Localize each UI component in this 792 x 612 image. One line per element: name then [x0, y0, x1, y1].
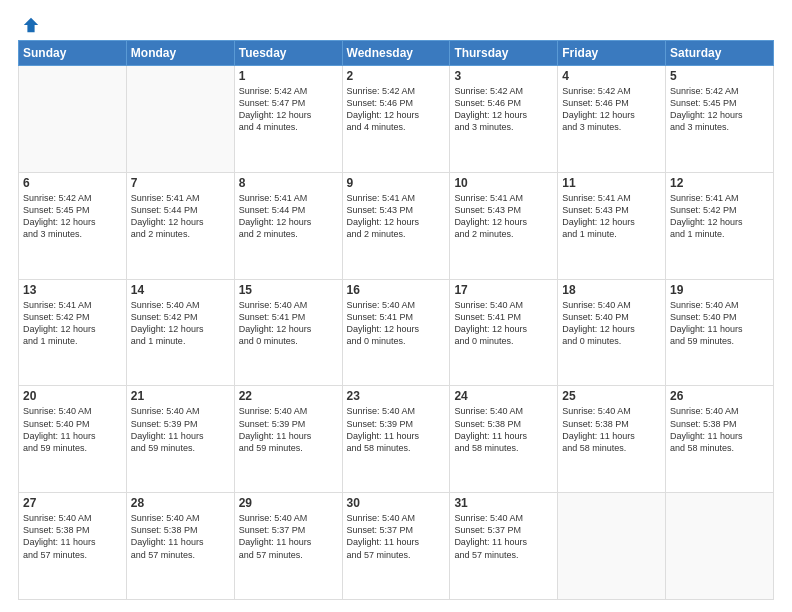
- calendar-weekday-saturday: Saturday: [666, 41, 774, 66]
- day-number: 23: [347, 389, 446, 403]
- calendar-cell: 26Sunrise: 5:40 AM Sunset: 5:38 PM Dayli…: [666, 386, 774, 493]
- calendar-cell: [558, 493, 666, 600]
- calendar-cell: 6Sunrise: 5:42 AM Sunset: 5:45 PM Daylig…: [19, 172, 127, 279]
- calendar-cell: 20Sunrise: 5:40 AM Sunset: 5:40 PM Dayli…: [19, 386, 127, 493]
- day-number: 8: [239, 176, 338, 190]
- cell-text: Sunrise: 5:40 AM Sunset: 5:38 PM Dayligh…: [562, 405, 661, 454]
- header: [18, 16, 774, 30]
- cell-text: Sunrise: 5:42 AM Sunset: 5:45 PM Dayligh…: [23, 192, 122, 241]
- day-number: 13: [23, 283, 122, 297]
- calendar-cell: 22Sunrise: 5:40 AM Sunset: 5:39 PM Dayli…: [234, 386, 342, 493]
- day-number: 15: [239, 283, 338, 297]
- cell-text: Sunrise: 5:41 AM Sunset: 5:42 PM Dayligh…: [670, 192, 769, 241]
- cell-text: Sunrise: 5:40 AM Sunset: 5:41 PM Dayligh…: [454, 299, 553, 348]
- day-number: 25: [562, 389, 661, 403]
- cell-text: Sunrise: 5:42 AM Sunset: 5:45 PM Dayligh…: [670, 85, 769, 134]
- calendar-cell: 9Sunrise: 5:41 AM Sunset: 5:43 PM Daylig…: [342, 172, 450, 279]
- calendar-weekday-sunday: Sunday: [19, 41, 127, 66]
- day-number: 11: [562, 176, 661, 190]
- calendar-weekday-monday: Monday: [126, 41, 234, 66]
- cell-text: Sunrise: 5:40 AM Sunset: 5:41 PM Dayligh…: [347, 299, 446, 348]
- calendar-cell: 23Sunrise: 5:40 AM Sunset: 5:39 PM Dayli…: [342, 386, 450, 493]
- calendar-cell: 14Sunrise: 5:40 AM Sunset: 5:42 PM Dayli…: [126, 279, 234, 386]
- cell-text: Sunrise: 5:41 AM Sunset: 5:44 PM Dayligh…: [131, 192, 230, 241]
- cell-text: Sunrise: 5:42 AM Sunset: 5:47 PM Dayligh…: [239, 85, 338, 134]
- calendar-row-3: 20Sunrise: 5:40 AM Sunset: 5:40 PM Dayli…: [19, 386, 774, 493]
- cell-text: Sunrise: 5:41 AM Sunset: 5:43 PM Dayligh…: [454, 192, 553, 241]
- day-number: 4: [562, 69, 661, 83]
- calendar-cell: 5Sunrise: 5:42 AM Sunset: 5:45 PM Daylig…: [666, 66, 774, 173]
- day-number: 2: [347, 69, 446, 83]
- calendar-cell: 7Sunrise: 5:41 AM Sunset: 5:44 PM Daylig…: [126, 172, 234, 279]
- day-number: 19: [670, 283, 769, 297]
- day-number: 10: [454, 176, 553, 190]
- cell-text: Sunrise: 5:40 AM Sunset: 5:38 PM Dayligh…: [23, 512, 122, 561]
- calendar-cell: 3Sunrise: 5:42 AM Sunset: 5:46 PM Daylig…: [450, 66, 558, 173]
- cell-text: Sunrise: 5:42 AM Sunset: 5:46 PM Dayligh…: [347, 85, 446, 134]
- calendar-cell: 29Sunrise: 5:40 AM Sunset: 5:37 PM Dayli…: [234, 493, 342, 600]
- cell-text: Sunrise: 5:40 AM Sunset: 5:38 PM Dayligh…: [131, 512, 230, 561]
- cell-text: Sunrise: 5:41 AM Sunset: 5:43 PM Dayligh…: [562, 192, 661, 241]
- calendar-cell: 8Sunrise: 5:41 AM Sunset: 5:44 PM Daylig…: [234, 172, 342, 279]
- calendar-table: SundayMondayTuesdayWednesdayThursdayFrid…: [18, 40, 774, 600]
- page: SundayMondayTuesdayWednesdayThursdayFrid…: [0, 0, 792, 612]
- calendar-cell: 15Sunrise: 5:40 AM Sunset: 5:41 PM Dayli…: [234, 279, 342, 386]
- day-number: 3: [454, 69, 553, 83]
- calendar-cell: 21Sunrise: 5:40 AM Sunset: 5:39 PM Dayli…: [126, 386, 234, 493]
- cell-text: Sunrise: 5:42 AM Sunset: 5:46 PM Dayligh…: [454, 85, 553, 134]
- day-number: 27: [23, 496, 122, 510]
- logo: [18, 16, 40, 30]
- day-number: 1: [239, 69, 338, 83]
- calendar-row-1: 6Sunrise: 5:42 AM Sunset: 5:45 PM Daylig…: [19, 172, 774, 279]
- day-number: 12: [670, 176, 769, 190]
- cell-text: Sunrise: 5:40 AM Sunset: 5:37 PM Dayligh…: [347, 512, 446, 561]
- cell-text: Sunrise: 5:40 AM Sunset: 5:39 PM Dayligh…: [131, 405, 230, 454]
- cell-text: Sunrise: 5:40 AM Sunset: 5:41 PM Dayligh…: [239, 299, 338, 348]
- day-number: 17: [454, 283, 553, 297]
- day-number: 24: [454, 389, 553, 403]
- day-number: 7: [131, 176, 230, 190]
- day-number: 21: [131, 389, 230, 403]
- day-number: 5: [670, 69, 769, 83]
- calendar-cell: 24Sunrise: 5:40 AM Sunset: 5:38 PM Dayli…: [450, 386, 558, 493]
- calendar-cell: 30Sunrise: 5:40 AM Sunset: 5:37 PM Dayli…: [342, 493, 450, 600]
- calendar-row-2: 13Sunrise: 5:41 AM Sunset: 5:42 PM Dayli…: [19, 279, 774, 386]
- day-number: 16: [347, 283, 446, 297]
- calendar-cell: [19, 66, 127, 173]
- cell-text: Sunrise: 5:41 AM Sunset: 5:42 PM Dayligh…: [23, 299, 122, 348]
- cell-text: Sunrise: 5:41 AM Sunset: 5:44 PM Dayligh…: [239, 192, 338, 241]
- calendar-weekday-tuesday: Tuesday: [234, 41, 342, 66]
- calendar-cell: 2Sunrise: 5:42 AM Sunset: 5:46 PM Daylig…: [342, 66, 450, 173]
- cell-text: Sunrise: 5:40 AM Sunset: 5:39 PM Dayligh…: [239, 405, 338, 454]
- calendar-cell: 13Sunrise: 5:41 AM Sunset: 5:42 PM Dayli…: [19, 279, 127, 386]
- cell-text: Sunrise: 5:41 AM Sunset: 5:43 PM Dayligh…: [347, 192, 446, 241]
- calendar-cell: 16Sunrise: 5:40 AM Sunset: 5:41 PM Dayli…: [342, 279, 450, 386]
- calendar-row-0: 1Sunrise: 5:42 AM Sunset: 5:47 PM Daylig…: [19, 66, 774, 173]
- calendar-cell: 11Sunrise: 5:41 AM Sunset: 5:43 PM Dayli…: [558, 172, 666, 279]
- calendar-cell: 31Sunrise: 5:40 AM Sunset: 5:37 PM Dayli…: [450, 493, 558, 600]
- calendar-cell: 17Sunrise: 5:40 AM Sunset: 5:41 PM Dayli…: [450, 279, 558, 386]
- cell-text: Sunrise: 5:42 AM Sunset: 5:46 PM Dayligh…: [562, 85, 661, 134]
- calendar-cell: [126, 66, 234, 173]
- calendar-cell: [666, 493, 774, 600]
- calendar-cell: 10Sunrise: 5:41 AM Sunset: 5:43 PM Dayli…: [450, 172, 558, 279]
- calendar-cell: 27Sunrise: 5:40 AM Sunset: 5:38 PM Dayli…: [19, 493, 127, 600]
- day-number: 26: [670, 389, 769, 403]
- calendar-cell: 28Sunrise: 5:40 AM Sunset: 5:38 PM Dayli…: [126, 493, 234, 600]
- day-number: 14: [131, 283, 230, 297]
- calendar-weekday-thursday: Thursday: [450, 41, 558, 66]
- day-number: 20: [23, 389, 122, 403]
- calendar-cell: 4Sunrise: 5:42 AM Sunset: 5:46 PM Daylig…: [558, 66, 666, 173]
- day-number: 30: [347, 496, 446, 510]
- calendar-cell: 25Sunrise: 5:40 AM Sunset: 5:38 PM Dayli…: [558, 386, 666, 493]
- day-number: 18: [562, 283, 661, 297]
- day-number: 29: [239, 496, 338, 510]
- calendar-cell: 18Sunrise: 5:40 AM Sunset: 5:40 PM Dayli…: [558, 279, 666, 386]
- calendar-weekday-wednesday: Wednesday: [342, 41, 450, 66]
- day-number: 6: [23, 176, 122, 190]
- cell-text: Sunrise: 5:40 AM Sunset: 5:38 PM Dayligh…: [670, 405, 769, 454]
- cell-text: Sunrise: 5:40 AM Sunset: 5:37 PM Dayligh…: [239, 512, 338, 561]
- day-number: 28: [131, 496, 230, 510]
- calendar-cell: 12Sunrise: 5:41 AM Sunset: 5:42 PM Dayli…: [666, 172, 774, 279]
- day-number: 22: [239, 389, 338, 403]
